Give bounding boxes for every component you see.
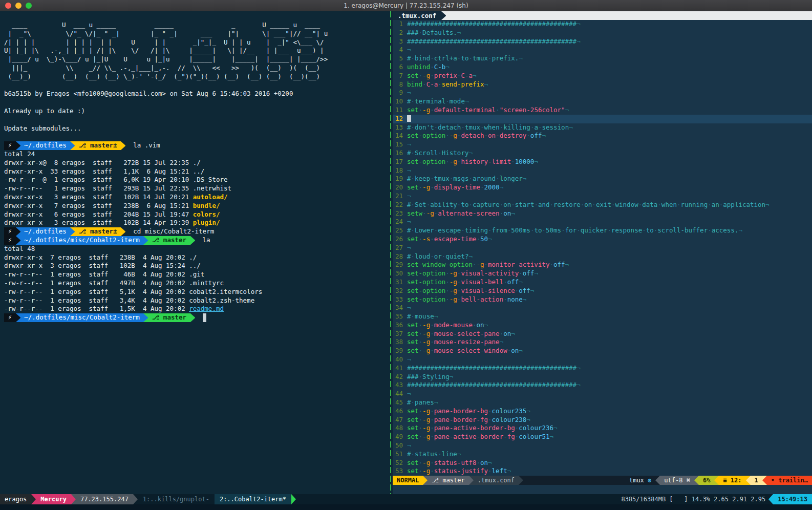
vim-line: 22#·Set·ability·to·capture·on·start·and·… [393, 201, 812, 209]
eol-marker: ¬ [738, 226, 742, 234]
vim-line: 19#·keep·tmux·msgs·around·longer¬ [393, 175, 812, 183]
git-branch-icon: ⎇ [432, 477, 439, 484]
line-number: 14 [393, 132, 407, 140]
eol-marker: ¬ [407, 140, 411, 148]
powerline-separator-icon [71, 494, 76, 504]
eol-marker: ¬ [542, 132, 546, 139]
eol-marker: ¬ [468, 252, 473, 260]
vim-line: 6unbind·C-b¬ [393, 63, 812, 72]
statusline-column-number: 1 [751, 476, 762, 485]
line-number: 20 [393, 183, 407, 192]
eol-marker: ¬ [465, 97, 469, 105]
ascii-banner: ____ U ___ u _____ _____ _ U _____ u ___… [4, 21, 389, 81]
eol-marker: ¬ [407, 355, 411, 363]
line-number: 51 [393, 450, 407, 459]
terminal-line: drwxr-xr-x 3 eragos staff 102B 4 Aug 15:… [4, 262, 389, 270]
tabline-active-buffer[interactable]: .tmux.conf [393, 11, 441, 20]
line-number: 41 [393, 364, 407, 373]
tmux-window-2-active[interactable]: 2:..Cobalt2-iterm* [215, 494, 291, 504]
terminal-line: drwxr-xr-x 7 eragos staff 238B 6 Aug 15:… [4, 202, 389, 210]
eol-marker: ¬ [511, 209, 515, 217]
line-number: 48 [393, 424, 407, 433]
eol-marker: ¬ [445, 63, 450, 71]
terminal-line [4, 98, 389, 107]
line-number: 6 [393, 63, 407, 72]
line-number: 49 [393, 433, 407, 441]
line-number: 37 [393, 330, 407, 338]
vim-buffer[interactable]: 1#######################################… [393, 20, 812, 476]
eol-marker: ¬ [526, 416, 530, 423]
titlebar: 1. eragos@Mercury | 77.23.155.247 (sh) [0, 0, 812, 11]
window-bottom-edge [0, 504, 812, 510]
terminal-line: b6a515b by Eragos <mfo1009@googlemail.co… [4, 90, 389, 98]
vim-line: 42###·Styling¬ [393, 373, 812, 381]
eol-marker: ¬ [484, 321, 488, 329]
line-number: 35 [393, 312, 407, 321]
eol-marker: ¬ [523, 175, 527, 182]
vim-mode-indicator: NORMAL [393, 476, 423, 485]
line-number: 29 [393, 261, 407, 269]
line-number: 17 [393, 158, 407, 166]
eol-marker: ¬ [407, 244, 411, 251]
minimize-button[interactable] [15, 3, 22, 9]
eol-marker: ¬ [576, 381, 581, 389]
terminal-line: -rw-r--r-- 1 eragos staff 46B 4 Aug 20:0… [4, 270, 389, 279]
terminal-line: drwxr-xr-x 3 eragos staff 102B 14 Jul 20… [4, 193, 389, 202]
powerline-separator-icon [746, 476, 751, 485]
close-button[interactable] [5, 3, 11, 9]
eol-marker: ¬ [434, 398, 438, 406]
line-number: 19 [393, 175, 407, 183]
line-number: 36 [393, 321, 407, 330]
eol-marker: ¬ [511, 330, 515, 337]
vim-line: 37set·-g·mouse-select-pane·on¬ [393, 330, 812, 338]
vim-line: 52set·-g·status-utf8·on¬ [393, 459, 812, 468]
terminal-line: -rw-r--r-- 1 eragos staff 3,4K 4 Aug 20:… [4, 296, 389, 305]
eol-marker: ¬ [473, 72, 477, 79]
eol-marker: ¬ [457, 450, 461, 458]
line-number: 9 [393, 89, 407, 97]
powerline-separator-icon [143, 236, 148, 245]
vim-line: 29set-window-option·-g·monitor-activity·… [393, 261, 812, 269]
tmux-window-1[interactable]: 1:..kills/gnuplot- [138, 494, 215, 504]
vim-line: 47set·-g·pane-border-fg·colour238¬ [393, 416, 812, 424]
vim-line: 38set·-g·mouse-resize-pane¬ [393, 338, 812, 347]
powerline-separator-icon [469, 476, 474, 485]
vim-tabline: .tmux.conf [393, 11, 812, 20]
terminal-line: -rw-r--r-- 1 eragos staff 293B 15 Jul 22… [4, 184, 389, 193]
tmux-pane-divider[interactable] [389, 11, 393, 494]
statusline-line-number: ≡ 12: [719, 476, 745, 485]
powerline-separator-icon [31, 494, 36, 504]
vim-line: 5#·bind·ctrl+a·to·tmux·prefix.¬ [393, 54, 812, 63]
powerline-separator-icon [190, 313, 195, 322]
terminal-line: drwxr-xr-x 3 eragos staff 102B 14 Apr 19… [4, 219, 389, 227]
terminal-line: drwxr-xr-x@ 8 eragos staff 272B 15 Jul 2… [4, 159, 389, 167]
statusline-filename: .tmux.conf [474, 476, 519, 485]
line-number: 28 [393, 252, 407, 261]
statusline-spacer [523, 476, 625, 485]
git-branch-name: master [442, 477, 464, 484]
vim-line: 48set·-g·pane-active-border-bg·colour236… [393, 424, 812, 433]
line-number: 7 [393, 72, 407, 80]
powerline-separator-icon [143, 313, 148, 322]
eol-marker: ¬ [468, 149, 473, 157]
eol-marker: ¬ [500, 183, 504, 191]
line-number: 53 [393, 467, 407, 476]
line-number: 27 [393, 244, 407, 252]
terminal-line: -rw-r--r-- 1 eragos staff 1,5K 4 Aug 20:… [4, 305, 389, 313]
tmux-ip-segment: 77.23.155.247 [76, 494, 133, 504]
lines-icon: ≡ [723, 477, 726, 484]
vim-pane[interactable]: .tmux.conf 1############################… [393, 11, 812, 494]
vim-line: 41######################################… [393, 364, 812, 373]
vim-line: 28#·loud·or·quiet?¬ [393, 252, 812, 261]
terminal-line: Already up to date :) [4, 107, 389, 116]
terminal-line: total 48 [4, 245, 389, 253]
tmux-clock: 15:49:13 [773, 494, 812, 504]
zoom-button[interactable] [26, 3, 32, 9]
vim-line: 8bind·C-a·send-prefix¬ [393, 80, 812, 89]
vim-line: 50¬ [393, 441, 812, 450]
shell-pane[interactable]: ____ U ___ u _____ _____ _ U _____ u ___… [0, 11, 389, 494]
terminal-window: 1. eragos@Mercury | 77.23.155.247 (sh) _… [0, 0, 812, 510]
powerline-separator-icon [121, 227, 125, 236]
line-number: 32 [393, 287, 407, 295]
line-number: 22 [393, 201, 407, 209]
